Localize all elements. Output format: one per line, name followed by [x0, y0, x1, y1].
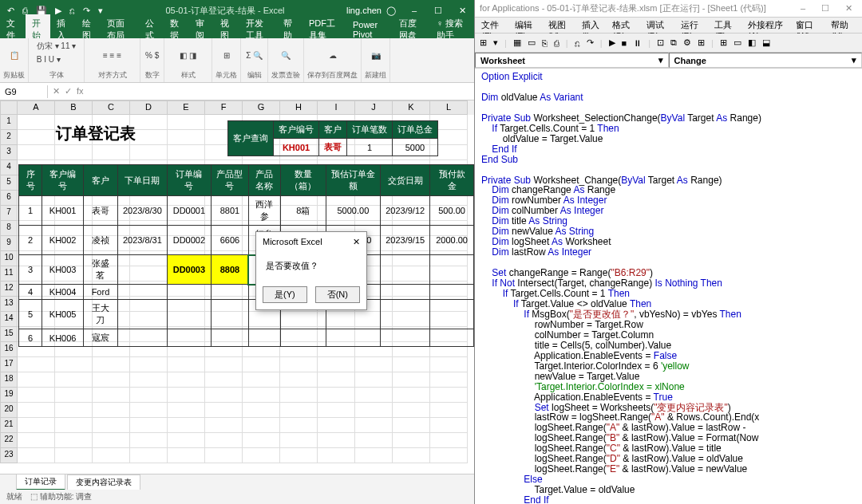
cell[interactable]	[130, 388, 168, 403]
toolbar-button[interactable]: ▭	[526, 36, 537, 49]
table-cell[interactable]	[326, 329, 381, 347]
cell[interactable]	[318, 433, 355, 448]
cell[interactable]	[318, 448, 355, 463]
row-header[interactable]: 13	[0, 297, 18, 312]
cell[interactable]	[168, 448, 205, 463]
cell[interactable]	[393, 388, 430, 403]
formula-input[interactable]	[89, 90, 474, 93]
table-cell[interactable]	[117, 300, 167, 329]
table-cell[interactable]: 2000.00	[430, 226, 474, 255]
cell[interactable]	[280, 433, 318, 448]
cell[interactable]	[18, 418, 55, 433]
table-cell[interactable]	[167, 329, 211, 347]
column-header[interactable]: F	[205, 100, 243, 115]
toolbar-button[interactable]: ⊡	[655, 36, 666, 49]
toolbar-button[interactable]: ▭	[732, 36, 743, 49]
table-cell[interactable]: DD0001	[167, 196, 211, 226]
cell[interactable]	[205, 448, 243, 463]
cell[interactable]	[18, 403, 55, 418]
table-cell[interactable]: 西洋参	[248, 196, 280, 226]
name-box[interactable]: G9	[0, 85, 48, 98]
cell[interactable]	[280, 448, 318, 463]
select-all-corner[interactable]	[0, 100, 18, 115]
cell[interactable]	[168, 403, 205, 418]
cell[interactable]	[243, 448, 280, 463]
cells-buttons[interactable]: ⊞	[222, 50, 231, 61]
toolbar-button[interactable]: ⏸	[631, 37, 643, 49]
menu-item[interactable]: 运行(R)	[678, 19, 709, 31]
spreadsheet-grid[interactable]: ABCDEFGHIJKL 123456789101112131415161718…	[0, 100, 474, 474]
cell[interactable]	[430, 357, 468, 372]
cell[interactable]	[355, 357, 393, 372]
cell[interactable]	[130, 145, 168, 160]
no-button[interactable]: 否(N)	[315, 286, 360, 303]
cell[interactable]	[93, 145, 130, 160]
font-name-select[interactable]: 仿宋 ▾ 11 ▾	[35, 40, 77, 53]
table-cell[interactable]: 2	[19, 226, 42, 255]
table-cell[interactable]: 凌祯	[83, 226, 117, 255]
baidu-button[interactable]: ☁	[327, 50, 338, 61]
toolbar-button[interactable]: ⊞	[696, 36, 706, 49]
menu-item[interactable]: 格式(O)	[609, 19, 640, 31]
window-button[interactable]: ☐	[817, 3, 834, 14]
table-cell[interactable]: KH004	[42, 285, 84, 300]
table-cell[interactable]: 1	[19, 196, 42, 226]
window-button[interactable]: –	[796, 3, 810, 14]
row-header[interactable]: 20	[0, 403, 18, 418]
cancel-icon[interactable]: ✕	[53, 86, 60, 96]
table-cell[interactable]: 2023/8/30	[117, 196, 167, 226]
table-cell[interactable]: 2023/8/31	[117, 226, 167, 255]
cell[interactable]	[168, 388, 205, 403]
row-header[interactable]: 4	[0, 160, 18, 175]
table-cell[interactable]: KH002	[42, 226, 84, 255]
menu-item[interactable]: 工具(T)	[711, 19, 741, 31]
sheet-tab[interactable]: 订单记录	[16, 474, 65, 490]
code-pane[interactable]: Option Explicit Dim oldValue As Variant …	[475, 69, 862, 504]
cell[interactable]	[355, 433, 393, 448]
table-cell[interactable]: 6	[19, 329, 42, 347]
row-header[interactable]: 19	[0, 388, 18, 403]
font-style-buttons[interactable]: B I U ▾	[35, 54, 62, 65]
menu-item[interactable]: 插入(I)	[579, 19, 607, 31]
column-header[interactable]: K	[393, 100, 430, 115]
table-cell[interactable]	[430, 300, 474, 329]
cell[interactable]	[130, 115, 168, 130]
table-cell[interactable]	[381, 255, 430, 285]
menu-item[interactable]: 文件(F)	[478, 19, 508, 31]
cell[interactable]	[168, 357, 205, 372]
table-cell[interactable]: KH001	[42, 196, 84, 226]
table-cell[interactable]: 4	[19, 285, 42, 300]
cell[interactable]	[55, 357, 93, 372]
cell[interactable]	[318, 357, 355, 372]
procedure-dropdown[interactable]: Change▾	[669, 53, 863, 68]
cell[interactable]	[355, 448, 393, 463]
toolbar-button[interactable]: ▦	[512, 36, 523, 49]
column-header[interactable]: J	[355, 100, 393, 115]
number-format[interactable]: % $	[144, 50, 160, 61]
cell[interactable]	[355, 403, 393, 418]
cell[interactable]	[168, 115, 205, 130]
cell[interactable]	[55, 145, 93, 160]
query-cell[interactable]: 表哥	[319, 139, 347, 156]
toolbar-button[interactable]: ⊞	[718, 36, 729, 49]
cell[interactable]	[280, 388, 318, 403]
object-dropdown[interactable]: Worksheet▾	[475, 53, 669, 68]
table-cell[interactable]: KH005	[42, 300, 84, 329]
table-cell[interactable]: KH003	[42, 255, 84, 285]
menu-item[interactable]: 视图(V)	[545, 19, 575, 31]
cell[interactable]	[430, 388, 468, 403]
cell[interactable]	[55, 418, 93, 433]
row-header[interactable]: 15	[0, 327, 18, 342]
cell[interactable]	[18, 448, 55, 463]
cell[interactable]	[205, 433, 243, 448]
toolbar-button[interactable]: ↷	[585, 36, 595, 49]
toolbar-button[interactable]: ⧉	[669, 36, 678, 49]
table-cell[interactable]: 寇宸	[83, 329, 117, 347]
table-cell[interactable]: DD0003	[167, 255, 211, 285]
query-cell[interactable]: KH001	[274, 139, 319, 156]
cell[interactable]	[243, 372, 280, 388]
accessibility-status[interactable]: ⬚ 辅助功能: 调查	[30, 491, 92, 502]
cell[interactable]	[55, 433, 93, 448]
sheet-tab[interactable]: 变更内容记录表	[67, 474, 140, 490]
column-header[interactable]: D	[130, 100, 168, 115]
